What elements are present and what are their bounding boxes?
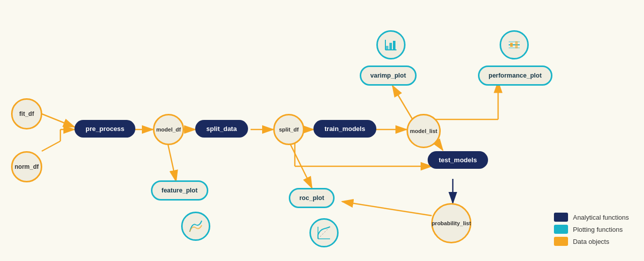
- svg-line-19: [342, 202, 432, 216]
- split-df-node: split_df: [273, 114, 304, 145]
- svg-line-4: [42, 141, 60, 151]
- roc-plot-node: roc_plot: [289, 188, 335, 208]
- model-df-node: model_df: [153, 114, 184, 145]
- model-list-node: model_list: [407, 114, 441, 148]
- legend-color-analytical: [554, 213, 568, 222]
- legend-item-data: Data objects: [554, 237, 629, 246]
- feature-plot-icon: [181, 212, 210, 241]
- split-data-node: split_data: [195, 120, 248, 138]
- svg-rect-25: [393, 41, 395, 50]
- norm-df-node: norm_df: [11, 151, 42, 182]
- probability-list-node: probability_list: [431, 203, 471, 243]
- fit-df-node: fit_df: [11, 98, 42, 129]
- feature-plot-node: feature_plot: [151, 180, 208, 201]
- varimp-plot-icon: [376, 30, 406, 59]
- legend-color-data: [554, 237, 568, 246]
- varimp-plot-node: varimp_plot: [360, 66, 417, 86]
- svg-rect-23: [386, 46, 388, 50]
- svg-rect-30: [510, 43, 513, 47]
- svg-rect-31: [515, 41, 518, 48]
- legend-item-plotting: Plotting functions: [554, 225, 629, 234]
- svg-rect-24: [389, 43, 392, 50]
- performance-plot-node: performance_plot: [478, 66, 552, 86]
- svg-line-12: [392, 86, 413, 119]
- test-models-node: test_models: [428, 151, 488, 169]
- legend: Analytical functions Plotting functions …: [554, 213, 629, 246]
- train-models-node: train_models: [313, 120, 376, 138]
- legend-color-plotting: [554, 225, 568, 234]
- pre-process-node: pre_process: [74, 120, 135, 138]
- legend-item-analytical: Analytical functions: [554, 213, 629, 222]
- pipeline-diagram: fit_df norm_df pre_process model_df spli…: [0, 0, 644, 261]
- roc-plot-icon: [309, 218, 339, 247]
- performance-plot-icon: [500, 30, 529, 59]
- svg-line-3: [42, 114, 74, 127]
